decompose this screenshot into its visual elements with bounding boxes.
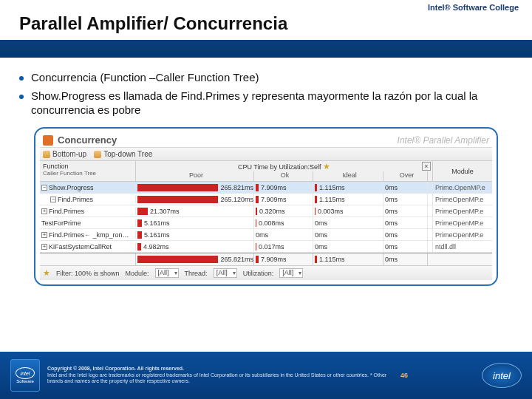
tree-toggle-icon[interactable]: +	[41, 232, 47, 238]
utilization-bar	[315, 208, 316, 215]
filter-thread-label: Thread:	[185, 270, 208, 277]
cell-over: 0ms	[383, 229, 428, 241]
filter-thread-dropdown[interactable]: [All]	[214, 268, 237, 278]
cell-over: 0ms	[383, 241, 428, 253]
intel-logo: intel	[482, 363, 522, 388]
cell-poor: 5.161ms	[136, 229, 254, 241]
table-row[interactable]: +Find.Primes← _kmp_ron…5.161ms0ms0ms0msP…	[40, 229, 492, 241]
cell-value: 265.821ms	[220, 184, 253, 191]
cell-ok: 0.320ms	[254, 205, 313, 217]
cell-value: 1.115ms	[319, 196, 345, 203]
cell-ok: 0.008ms	[254, 217, 313, 229]
table-row[interactable]: −Find.Primes265.120ms7.909ms1.115ms0msPr…	[40, 194, 492, 205]
row-module-cell: PrimeOpenMP.e	[433, 208, 492, 215]
bullet-dot-icon	[19, 76, 24, 81]
row-cpu-cells: 265.821ms7.909ms1.115ms0ms	[136, 182, 433, 194]
column-headers: Function Caller Function Tree CPU Time b…	[40, 161, 492, 182]
utilization-bar	[137, 231, 142, 239]
bullet-list: Concurrencia (Function –Caller Function …	[19, 71, 513, 117]
filter-util-label: Utilization:	[243, 270, 274, 277]
cell-value: 7.909ms	[261, 184, 287, 191]
filter-util-dropdown[interactable]: [All]	[279, 268, 303, 278]
utilization-bar	[137, 219, 142, 227]
cell-value: 0ms	[315, 231, 327, 239]
row-module-cell: Prime.OpenMP.e	[433, 184, 492, 191]
badge-software-label: Software	[16, 379, 34, 383]
amplifier-badge-icon	[43, 135, 53, 146]
tab-bottom-up[interactable]: Bottom-up	[43, 150, 86, 158]
column-cpu[interactable]: CPU Time by Utilization:Self ★ × PoorOkI…	[136, 161, 433, 181]
row-module-cell: PrimeOpenMP.e	[433, 219, 492, 227]
cpu-sub-ideal[interactable]: Ideal	[313, 171, 383, 181]
summary-cell-poor: 265.821ms	[136, 253, 254, 265]
tab-top-down[interactable]: Top-down Tree	[94, 150, 152, 158]
summary-value: 7.909ms	[261, 256, 287, 263]
data-rows: −Show.Progress265.821ms7.909ms1.115ms0ms…	[40, 182, 492, 253]
summary-cell-over: 0ms	[383, 253, 428, 265]
function-name: Find.Primes	[49, 208, 84, 215]
cell-value: 4.982ms	[143, 243, 169, 250]
summary-cell-ok: 7.909ms	[254, 253, 313, 265]
cell-value: 0ms	[315, 243, 327, 250]
cell-over: 0ms	[383, 182, 428, 194]
trademark-line: Intel and the Intel logo are trademarks …	[47, 372, 395, 385]
cell-over: 0ms	[383, 194, 428, 205]
row-module-cell: ntdll.dll	[433, 243, 492, 250]
cell-value: 265.120ms	[220, 196, 253, 203]
summary-cell-ideal: 1.115ms	[313, 253, 383, 265]
cell-value: 0ms	[315, 219, 327, 227]
tree-toggle-icon[interactable]: +	[41, 208, 47, 214]
column-function[interactable]: Function Caller Function Tree	[40, 161, 136, 181]
function-name: Find.Primes	[58, 196, 93, 203]
star-icon: ★	[323, 162, 330, 171]
cpu-sub-over[interactable]: Over	[383, 171, 428, 181]
row-module-cell: PrimeOpenMP.e	[433, 231, 492, 239]
cell-poor: 265.821ms	[136, 182, 254, 194]
utilization-bar	[137, 208, 148, 215]
cpu-sub-ok[interactable]: Ok	[254, 171, 313, 181]
cell-poor: 4.982ms	[136, 241, 254, 253]
bullet-text: Show.Progress es llamada de Find.Primes …	[31, 89, 513, 117]
row-module-cell: PrimeOpenMP.e	[433, 196, 492, 203]
slide-content: Concurrencia (Function –Caller Function …	[0, 58, 532, 286]
header-bluebar	[0, 40, 532, 58]
cpu-sub-poor[interactable]: Poor	[136, 171, 254, 181]
close-column-icon[interactable]: ×	[422, 162, 431, 171]
page-number: 46	[400, 372, 408, 379]
cell-value: 0.320ms	[259, 208, 285, 215]
row-cpu-cells: 5.161ms0ms0ms0ms	[136, 229, 433, 241]
cell-value: 21.307ms	[150, 208, 180, 215]
tab-bottom-up-label: Bottom-up	[52, 150, 86, 158]
cell-value: 0ms	[256, 231, 268, 239]
tree-toggle-icon[interactable]: −	[50, 197, 56, 202]
table-row[interactable]: −Show.Progress265.821ms7.909ms1.115ms0ms…	[40, 182, 492, 194]
college-label: Intel® Software College	[428, 3, 519, 12]
row-cpu-cells: 265.120ms7.909ms1.115ms0ms	[136, 194, 433, 205]
tree-toggle-icon[interactable]: −	[41, 185, 47, 191]
utilization-bar	[315, 196, 317, 203]
tree-toggle-icon[interactable]: +	[41, 244, 47, 250]
cell-poor: 5.161ms	[136, 217, 254, 229]
cell-ideal: 0ms	[313, 241, 383, 253]
footer-legal: Copyright © 2008, Intel Corporation. All…	[47, 366, 395, 384]
tab-top-down-label: Top-down Tree	[103, 150, 152, 158]
table-row[interactable]: TestForPrime5.161ms0.008ms0ms0msPrimeOpe…	[40, 217, 492, 229]
column-module[interactable]: Module	[433, 161, 492, 181]
table-row[interactable]: +KiFastSystemCallRet4.982ms0.017ms0ms0ms…	[40, 241, 492, 253]
utilization-bar	[256, 256, 259, 263]
filter-module-dropdown[interactable]: [All]	[155, 268, 179, 278]
cell-ideal: 0ms	[313, 229, 383, 241]
cell-value: 0.017ms	[259, 243, 284, 250]
cell-value: 0ms	[385, 219, 398, 227]
utilization-bar	[256, 196, 259, 203]
function-name: KiFastSystemCallRet	[49, 243, 112, 250]
bullet-dot-icon	[19, 95, 24, 99]
filter-status: Filter: 100% is shown	[56, 270, 120, 277]
table-row[interactable]: +Find.Primes21.307ms0.320ms0.003ms0msPri…	[40, 205, 492, 217]
row-function-cell: TestForPrime	[40, 219, 136, 227]
utilization-bar	[256, 208, 257, 215]
bullet-text: Concurrencia (Function –Caller Function …	[31, 71, 259, 85]
row-cpu-cells: 4.982ms0.017ms0ms0ms	[136, 241, 433, 253]
cell-value: 0ms	[385, 184, 398, 191]
cell-value: 0.008ms	[259, 219, 284, 227]
